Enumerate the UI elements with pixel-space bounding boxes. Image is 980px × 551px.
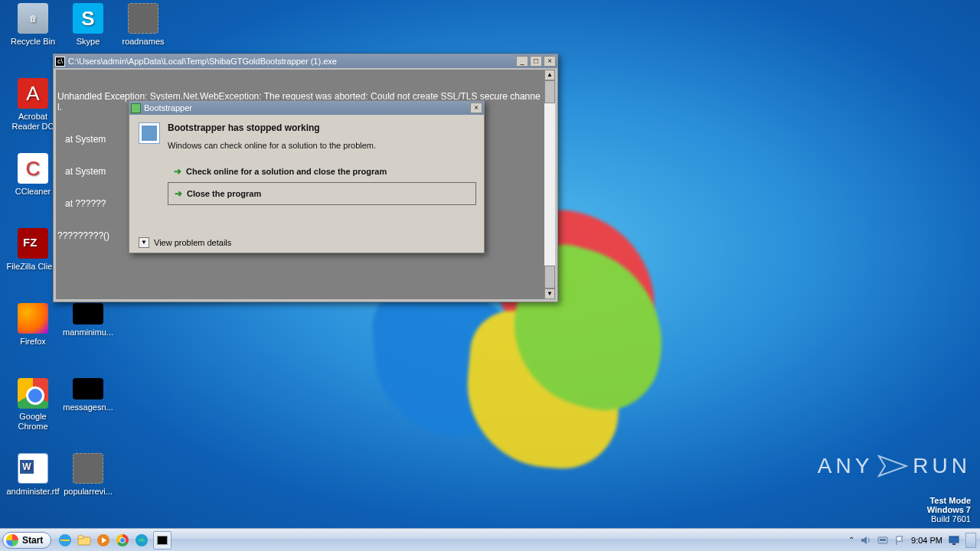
black-thumbnail-icon (73, 303, 103, 324)
option-close-program[interactable]: ➜ Close the program (168, 182, 476, 205)
chrome-icon (116, 534, 129, 546)
icon-label: messagesn... (60, 403, 116, 412)
taskbar-explorer[interactable] (77, 533, 92, 548)
close-button[interactable]: × (544, 56, 556, 67)
firefox-icon (18, 303, 48, 334)
dialog-body-text: Windows can check online for a solution … (168, 141, 476, 150)
taskbar-mediaplayer[interactable] (96, 533, 111, 548)
icon-label: manminimu... (60, 328, 116, 337)
minimize-button[interactable]: _ (516, 56, 528, 67)
icon-label: popularrevi... (60, 487, 116, 497)
icon-skype[interactable]: S Skype (60, 3, 116, 47)
dialog-title: Bootstrapper (144, 103, 470, 112)
icon-recycle-bin[interactable]: 🗑 Recycle Bin (5, 3, 61, 47)
icon-popularrevi[interactable]: popularrevi... (60, 453, 116, 497)
scroll-thumb[interactable] (544, 266, 555, 289)
arrow-icon: ➜ (174, 166, 181, 177)
blank-file-icon (128, 3, 158, 34)
acrobat-icon: A (18, 78, 48, 109)
option-check-online[interactable]: ➜ Check online for a solution and close … (168, 161, 476, 182)
taskbar-chrome[interactable] (115, 533, 130, 548)
skype-icon: S (73, 3, 103, 34)
scroll-up-button[interactable]: ▲ (544, 70, 555, 80)
icon-manminimu[interactable]: manminimu... (60, 303, 116, 337)
network-icon[interactable] (877, 535, 888, 546)
taskbar-ie[interactable] (57, 533, 73, 548)
stopped-working-icon (139, 122, 160, 144)
icon-label: Google Chrome (5, 412, 61, 432)
svg-rect-10 (952, 543, 956, 545)
black-thumbnail-icon (73, 378, 103, 399)
taskbar-edge[interactable] (134, 533, 149, 548)
svg-rect-8 (880, 539, 886, 541)
word-doc-icon (18, 453, 48, 484)
dialog-close-button[interactable]: × (470, 103, 482, 113)
filezilla-icon (18, 228, 48, 259)
details-label: View problem details (154, 238, 231, 247)
chrome-icon (18, 378, 48, 409)
blank-file-icon (73, 453, 103, 484)
svg-rect-9 (949, 536, 959, 543)
dialog-app-icon (131, 103, 141, 113)
option-label: Check online for a solution and close th… (186, 167, 387, 176)
console-scrollbar[interactable]: ▲ ▼ (544, 70, 555, 299)
arrow-icon: ➜ (175, 188, 182, 199)
scroll-thumb[interactable] (544, 80, 555, 103)
maximize-button[interactable]: □ (530, 56, 542, 67)
icon-messagesn[interactable]: messagesn... (60, 378, 116, 412)
svg-rect-3 (78, 536, 83, 539)
icon-firefox[interactable]: Firefox (5, 303, 61, 347)
chevron-down-icon: ▼ (139, 237, 149, 248)
start-label: Start (22, 535, 43, 546)
taskbar: Start ⌃ 9:04 PM (0, 528, 980, 551)
scroll-track[interactable] (544, 80, 555, 289)
option-label: Close the program (187, 189, 261, 198)
icon-chrome[interactable]: Google Chrome (5, 378, 61, 432)
flag-icon[interactable] (894, 535, 905, 546)
system-tray: ⌃ 9:04 PM (848, 533, 980, 548)
console-title: C:\Users\admin\AppData\Local\Temp\ShibaG… (68, 57, 516, 66)
taskbar-clock[interactable]: 9:04 PM (911, 536, 942, 545)
error-dialog[interactable]: Bootstrapper × Bootstrapper has stopped … (129, 100, 485, 253)
console-icon: c\ (55, 57, 65, 67)
show-desktop-button[interactable] (965, 533, 976, 548)
icon-label: roadnames (115, 37, 172, 47)
windows-orb-icon (6, 534, 18, 546)
recycle-bin-icon: 🗑 (18, 3, 48, 34)
icon-label: Recycle Bin (5, 37, 61, 47)
icon-label: Skype (60, 37, 116, 47)
scroll-down-button[interactable]: ▼ (544, 289, 555, 299)
icon-label: Firefox (5, 337, 61, 347)
dialog-titlebar[interactable]: Bootstrapper × (129, 101, 484, 115)
taskbar-pinned (57, 531, 172, 549)
start-button[interactable]: Start (2, 532, 51, 549)
view-problem-details[interactable]: ▼ View problem details (139, 237, 231, 248)
dialog-heading: Bootstrapper has stopped working (168, 122, 476, 133)
volume-icon[interactable] (861, 535, 871, 546)
console-titlebar[interactable]: c\ C:\Users\admin\AppData\Local\Temp\Shi… (54, 54, 557, 68)
ccleaner-icon: C (18, 153, 48, 184)
icon-label: andminister.rtf (5, 487, 61, 497)
console-icon (157, 536, 168, 545)
monitor-icon[interactable] (949, 535, 959, 546)
icon-andminister[interactable]: andminister.rtf (5, 453, 61, 497)
icon-roadnames[interactable]: roadnames (115, 3, 172, 47)
tray-chevron-icon[interactable]: ⌃ (848, 536, 854, 544)
taskbar-running-console[interactable] (153, 531, 172, 549)
